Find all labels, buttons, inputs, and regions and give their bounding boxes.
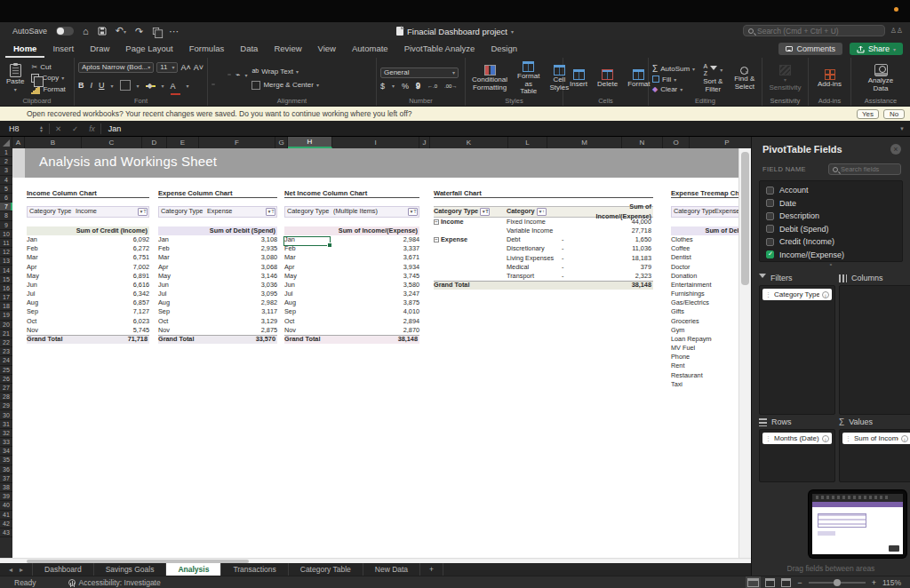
align-top-icon[interactable] [212, 74, 215, 75]
row-header[interactable]: 23 [0, 347, 12, 356]
row-header[interactable]: 34 [0, 447, 12, 456]
page-layout-view-icon[interactable] [765, 578, 775, 587]
pivot-data-row[interactable]: MV Fuel [671, 344, 738, 353]
no-button[interactable]: No [883, 109, 905, 119]
pivot-data-row[interactable]: Gifts [671, 307, 738, 316]
pivot-data-row[interactable]: Coffee [671, 244, 738, 253]
pivot-data-row[interactable]: Apr3,934 [284, 263, 419, 272]
ribbon-tab[interactable]: View [310, 44, 344, 58]
collapse-icon[interactable]: − [434, 237, 439, 242]
columns-area[interactable] [839, 285, 910, 415]
row-header[interactable]: 15 [0, 275, 12, 284]
pivot-data-row[interactable]: Feb6,272 [27, 244, 149, 253]
ribbon-tab[interactable]: Home [5, 44, 44, 58]
column-header[interactable]: F [199, 137, 275, 148]
pivot-data-row[interactable]: Groceries [671, 317, 738, 326]
ribbon-tab[interactable]: Draw [82, 44, 117, 58]
undo-icon[interactable]: ↶▾ [116, 26, 126, 36]
field-search-input[interactable] [841, 165, 897, 173]
pivot-data-row[interactable]: − Variable Income 27,718 [434, 226, 653, 235]
format-as-table-button[interactable]: Formatas Table [515, 61, 542, 95]
pivot-data-row[interactable]: May3,146 [158, 272, 277, 281]
pivot-data-row[interactable]: Dentist [671, 253, 738, 262]
fill-button[interactable]: Fill▾ [652, 75, 695, 83]
select-all-corner[interactable] [0, 137, 12, 148]
pivot-data-row[interactable]: Taxi [671, 380, 738, 389]
row-header[interactable]: 2 [0, 157, 12, 166]
field-search-box[interactable] [828, 163, 901, 175]
row-header[interactable]: 4 [0, 176, 12, 185]
field-pill[interactable]: ⋮Sum of Income/...i [842, 433, 910, 444]
checkbox-icon[interactable] [766, 238, 774, 246]
more-commands-icon[interactable]: ⋯ [169, 27, 179, 36]
pivot-data-row[interactable]: Rent [671, 362, 738, 370]
column-header[interactable]: L [508, 137, 547, 148]
row-header[interactable]: 30 [0, 410, 12, 419]
pivot-data-row[interactable]: Entertainment [671, 281, 738, 290]
pivot-data-row[interactable]: May6,891 [27, 272, 149, 281]
field-item[interactable]: Income/(Expense) [766, 249, 902, 262]
pivot-data-row[interactable]: Aug2,982 [158, 298, 277, 307]
field-pill[interactable]: ⋮Months (Date)i [762, 433, 832, 444]
pivot-data-row[interactable]: Apr3,068 [158, 263, 277, 272]
pivot-data-row[interactable]: Furnishings [671, 290, 738, 298]
row-header[interactable]: 39 [0, 492, 12, 501]
row-header[interactable]: 20 [0, 321, 12, 330]
row-header[interactable]: 40 [0, 501, 12, 510]
ribbon-tab[interactable]: Automate [344, 44, 396, 58]
row-header[interactable]: 1 [0, 148, 12, 157]
column-header[interactable]: K [430, 137, 508, 148]
row-header[interactable]: 42 [0, 520, 12, 528]
presence-icon[interactable]: ♙♙ [890, 27, 903, 35]
font-color-button[interactable]: A [171, 76, 180, 95]
comments-button[interactable]: Comments [778, 43, 842, 55]
save-icon[interactable] [98, 27, 107, 36]
align-center-icon[interactable] [220, 83, 223, 85]
fill-color-button[interactable] [146, 84, 156, 87]
autosave-toggle[interactable] [56, 27, 74, 36]
wrap-text-button[interactable]: abWrap Text▾ [251, 68, 318, 75]
italic-button[interactable]: I [91, 82, 93, 89]
share-button[interactable]: Share▾ [850, 43, 903, 55]
decrease-indent-icon[interactable] [235, 83, 239, 85]
redo-icon[interactable]: ↷ [135, 27, 143, 36]
page-break-view-icon[interactable] [781, 578, 791, 587]
row-header[interactable]: 36 [0, 465, 12, 474]
pivot-data-row[interactable]: Jul6,342 [27, 290, 149, 298]
ribbon-tab[interactable]: Insert [44, 44, 82, 58]
normal-view-icon[interactable] [747, 578, 759, 587]
grow-font-icon[interactable]: A˄ [180, 64, 190, 71]
sheet-tab[interactable]: Dashboard [32, 563, 94, 576]
row-header[interactable]: 28 [0, 393, 12, 401]
formula-bar-expand-icon[interactable]: ▼ [899, 126, 910, 131]
column-header[interactable]: G [275, 137, 288, 148]
row-header[interactable]: 43 [0, 528, 12, 537]
zoom-slider-thumb[interactable] [834, 579, 841, 586]
underline-button[interactable]: U [99, 82, 105, 89]
pivot-data-row[interactable]: Jan6,092 [27, 235, 149, 244]
pivot-filter-row[interactable]: Category Type Income ▼T [27, 206, 149, 218]
sheet-tab[interactable]: Analysis [166, 563, 221, 576]
search-input[interactable] [757, 27, 880, 36]
orientation-icon[interactable]: ⌁ [235, 71, 240, 78]
field-item[interactable]: Account [766, 184, 902, 197]
font-size-combo[interactable]: 11▾ [156, 62, 178, 73]
zoom-slider[interactable] [809, 582, 866, 584]
pivot-data-row[interactable]: Clothes [671, 235, 738, 244]
delete-cells-button[interactable]: Delete [595, 61, 620, 95]
formula-input[interactable]: Jan [101, 124, 122, 133]
column-header[interactable]: A [12, 137, 25, 148]
pivot-data-row[interactable]: Restaurant [671, 371, 738, 380]
pivot-data-row[interactable]: Jul3,095 [158, 290, 277, 298]
row-header[interactable]: 5 [0, 185, 12, 194]
pivot-grand-total-row[interactable]: Grand Total38,148 [284, 335, 419, 344]
name-box[interactable]: H8 [0, 121, 39, 136]
vertical-scrollbar[interactable] [738, 148, 751, 558]
sheet-tab[interactable]: New Data [363, 563, 420, 576]
paste-button[interactable]: Paste▾ [4, 61, 27, 95]
checkbox-icon[interactable] [766, 187, 774, 195]
pivot-data-row[interactable]: May3,745 [284, 272, 419, 281]
row-header[interactable]: 32 [0, 429, 12, 438]
clear-button[interactable]: ◆Clear▾ [652, 85, 695, 93]
column-header[interactable]: O [663, 137, 690, 148]
